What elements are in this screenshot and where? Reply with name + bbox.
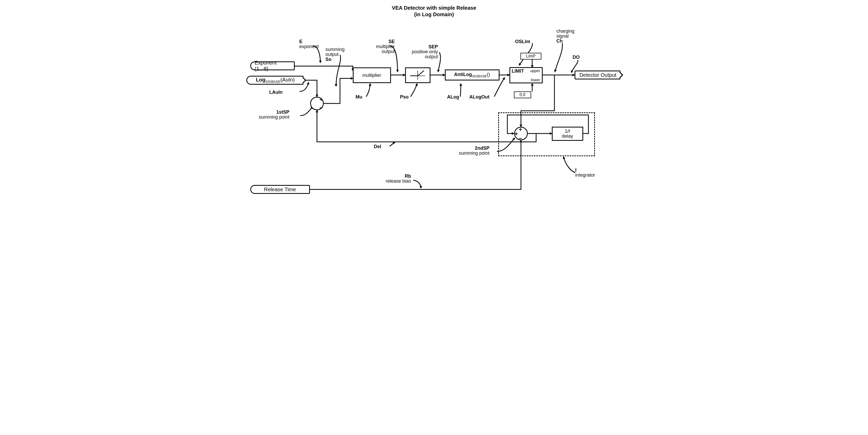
annotation-SEP: SEPpositive-onlyoutput xyxy=(412,44,438,59)
annotation-Ch: chargingsignalCh xyxy=(557,29,575,44)
limp-label: LimP xyxy=(526,54,535,59)
zero-block: 0.0 xyxy=(514,92,531,98)
detector-output: Detector Output xyxy=(575,71,620,79)
limit-block: LIMIT upper lower xyxy=(509,67,542,83)
annotation-DO: DO xyxy=(573,55,580,60)
relu-icon xyxy=(408,69,427,81)
antilog-block: AntiLogSIGBASE() xyxy=(445,69,499,80)
delay-label-2: delay xyxy=(562,134,573,139)
exponent-label: Exponent (1...8) xyxy=(255,60,290,72)
annotation-LAuIn: LAuIn xyxy=(269,90,283,95)
annotation-Pso: Pso xyxy=(400,95,409,100)
annotation-OSLim: OSLim xyxy=(515,39,530,44)
plus-icon: + xyxy=(319,96,323,103)
annotation-2ndSP: 2ndSPsumming point xyxy=(459,146,490,156)
log-sigbase-label: LogSIGBASE(AuIn) xyxy=(256,77,294,83)
zero-label: 0.0 xyxy=(519,93,525,97)
minus-icon: − xyxy=(519,135,522,142)
annotation-Del: Del xyxy=(374,144,381,149)
detector-output-label: Detector Output xyxy=(579,72,616,78)
antilog-label: AntiLogSIGBASE() xyxy=(454,72,490,78)
limit-label: LIMIT xyxy=(512,68,524,74)
limit-lower-label: lower xyxy=(531,77,540,82)
plus-icon: + xyxy=(515,131,518,137)
annotation-Rb: Rbrelease bias xyxy=(386,174,411,184)
delay-block: 1/t delay xyxy=(552,127,583,141)
annotation-Mu: Mu xyxy=(356,95,363,100)
exponent-input: Exponent (1...8) xyxy=(250,61,295,70)
annotation-SE: SEmultiplieroutput xyxy=(376,39,395,54)
annotation-So: summingoutputSo xyxy=(326,47,345,62)
log-sigbase-input: LogSIGBASE(AuIn) xyxy=(246,76,303,85)
limp-block: LimP xyxy=(521,53,541,60)
annotation-1stSP: 1stSPsumming point xyxy=(259,110,289,120)
connection-wires xyxy=(233,0,636,204)
annotation-ALog: ALog xyxy=(447,95,459,100)
diagram-title: VEA Detector with simple Release (in Log… xyxy=(392,5,476,18)
multiplier-block: multiplier xyxy=(353,67,391,83)
annotation-ALogOut: ALogOut xyxy=(469,95,490,100)
plus-icon: + xyxy=(519,126,522,133)
positive-only-block xyxy=(405,67,431,83)
release-time-input: Release Time xyxy=(250,185,310,194)
title-line-2: (in Log Domain) xyxy=(414,11,454,17)
limit-upper-label: upper xyxy=(530,68,540,74)
annotation-E: Eexponent xyxy=(300,39,319,49)
release-time-label: Release Time xyxy=(264,187,296,193)
minus-icon: − xyxy=(319,104,323,111)
title-line-1: VEA Detector with simple Release xyxy=(392,5,476,11)
delay-label-1: 1/t xyxy=(565,129,570,134)
annotation-I: Iintegrator xyxy=(576,168,595,178)
multiplier-label: multiplier xyxy=(362,73,381,78)
diagram-canvas: VEA Detector with simple Release (in Log… xyxy=(233,0,636,204)
